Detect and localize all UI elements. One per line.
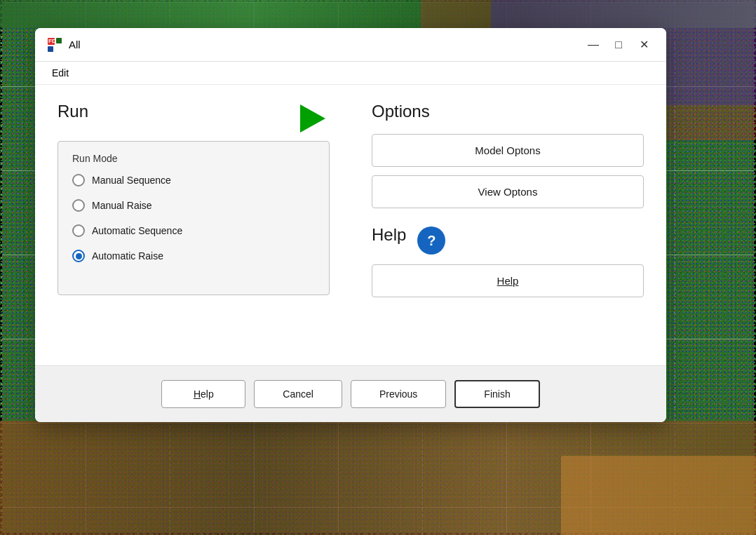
help-underline-h: H bbox=[194, 388, 201, 400]
view-options-button[interactable]: View Optons bbox=[372, 175, 644, 208]
svg-text:FD: FD bbox=[48, 38, 56, 44]
radio-label-automatic-raise: Automatic Raise bbox=[92, 250, 163, 262]
help-section: Help ? Help bbox=[372, 225, 644, 297]
help-label-prefix: Help bbox=[194, 388, 214, 400]
radio-circle-automatic-sequence bbox=[72, 224, 85, 237]
options-title: Options bbox=[372, 102, 430, 121]
svg-rect-2 bbox=[48, 46, 53, 52]
finish-button[interactable]: Finish bbox=[454, 380, 539, 408]
cancel-button[interactable]: Cancel bbox=[254, 380, 342, 408]
dialog: FD All — □ ✕ Edit Run Run Mode bbox=[35, 28, 666, 422]
radio-automatic-raise[interactable]: Automatic Raise bbox=[72, 250, 315, 262]
app-icon: FD bbox=[46, 36, 63, 53]
radio-circle-manual-raise bbox=[72, 199, 85, 212]
help-link-button[interactable]: Help bbox=[372, 264, 644, 297]
radio-label-manual-raise: Manual Raise bbox=[92, 200, 152, 211]
edit-menu[interactable]: Edit bbox=[46, 65, 74, 81]
radio-manual-sequence[interactable]: Manual Sequence bbox=[72, 174, 315, 187]
help-question-icon[interactable]: ? bbox=[417, 226, 445, 255]
window-title: All bbox=[69, 39, 81, 50]
help-title: Help bbox=[372, 225, 406, 245]
options-panel: Options Model Optons View Optons Help ? … bbox=[358, 102, 644, 348]
title-controls: — □ ✕ bbox=[582, 35, 655, 55]
run-mode-box: Run Mode Manual Sequence Manual Raise Au… bbox=[58, 141, 330, 295]
radio-manual-raise[interactable]: Manual Raise bbox=[72, 199, 315, 212]
maximize-button[interactable]: □ bbox=[607, 35, 630, 55]
run-header: Run bbox=[58, 102, 330, 135]
close-button[interactable]: ✕ bbox=[633, 35, 655, 55]
help-header: Help ? bbox=[372, 225, 644, 256]
radio-circle-manual-sequence bbox=[72, 174, 85, 187]
play-button[interactable] bbox=[296, 102, 330, 135]
radio-group: Manual Sequence Manual Raise Automatic S… bbox=[72, 174, 315, 262]
run-title: Run bbox=[58, 102, 88, 121]
minimize-button[interactable]: — bbox=[582, 35, 605, 55]
radio-circle-automatic-raise bbox=[72, 250, 85, 262]
menu-bar: Edit bbox=[35, 62, 666, 85]
title-bar: FD All — □ ✕ bbox=[35, 28, 666, 62]
play-triangle-icon bbox=[300, 104, 325, 133]
dialog-footer: Help Cancel Previous Finish bbox=[35, 365, 666, 422]
radio-automatic-sequence[interactable]: Automatic Sequence bbox=[72, 224, 315, 237]
help-footer-button[interactable]: Help bbox=[161, 380, 245, 408]
radio-label-manual-sequence: Manual Sequence bbox=[92, 175, 171, 186]
title-left: FD All bbox=[46, 36, 81, 53]
previous-button[interactable]: Previous bbox=[351, 380, 446, 408]
radio-label-automatic-sequence: Automatic Sequence bbox=[92, 225, 182, 236]
run-mode-label: Run Mode bbox=[72, 153, 315, 164]
run-panel: Run Run Mode Manual Sequence Manual Rais… bbox=[58, 102, 358, 348]
dialog-content: Run Run Mode Manual Sequence Manual Rais… bbox=[35, 85, 666, 365]
model-options-button[interactable]: Model Optons bbox=[372, 134, 644, 167]
svg-rect-1 bbox=[56, 38, 62, 43]
